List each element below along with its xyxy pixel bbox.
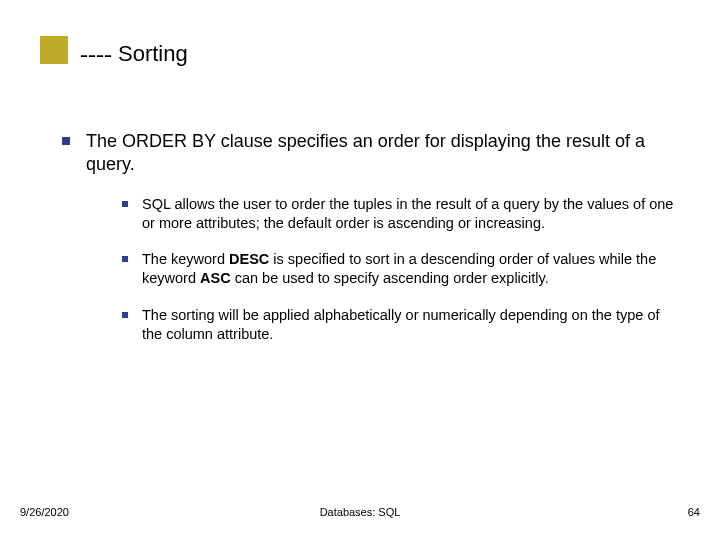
sub-bullet-text: The sorting will be applied alphabetical… — [142, 306, 680, 344]
footer-title: Databases: SQL — [320, 506, 401, 518]
bullet-icon — [122, 256, 128, 262]
title-accent-block — [40, 36, 68, 64]
slide: ---- Sorting The ORDER BY clause specifi… — [0, 0, 720, 540]
footer-page-number: 64 — [688, 506, 700, 518]
sub-bullet-text: The keyword DESC is specified to sort in… — [142, 250, 680, 288]
sub-bullet-text: SQL allows the user to order the tuples … — [142, 195, 680, 233]
footer-date: 9/26/2020 — [20, 506, 69, 518]
bullet-icon — [122, 201, 128, 207]
title-area: ---- Sorting — [40, 40, 188, 68]
main-bullet-text: The ORDER BY clause specifies an order f… — [86, 130, 680, 177]
sub-bullet-list: SQL allows the user to order the tuples … — [122, 195, 680, 344]
slide-title: Sorting — [118, 41, 188, 67]
slide-body: The ORDER BY clause specifies an order f… — [62, 130, 680, 362]
bullet-icon — [62, 137, 70, 145]
main-bullet-row: The ORDER BY clause specifies an order f… — [62, 130, 680, 177]
bullet-icon — [122, 312, 128, 318]
title-dashes: ---- — [80, 41, 112, 68]
sub-bullet-row: SQL allows the user to order the tuples … — [122, 195, 680, 233]
sub-bullet-row: The keyword DESC is specified to sort in… — [122, 250, 680, 288]
sub-bullet-row: The sorting will be applied alphabetical… — [122, 306, 680, 344]
